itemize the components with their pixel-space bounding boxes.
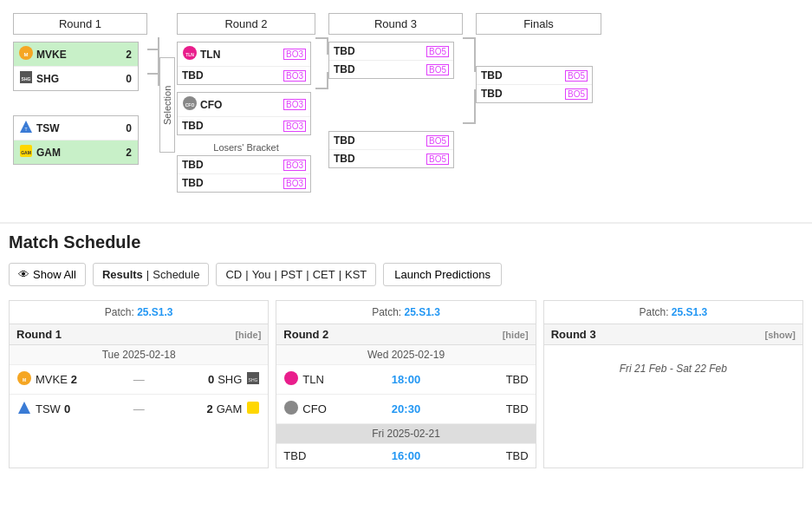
svg-text:T: T xyxy=(24,127,27,132)
round3-col: Round 3 TBD BO5 TBD BO5 xyxy=(328,13,463,168)
svg-text:CFO: CFO xyxy=(185,102,195,108)
conn-r2-r3-bot xyxy=(315,72,328,89)
finals-t2: TBD BO5 xyxy=(477,85,592,102)
r2-s-m2-t1: CFO xyxy=(283,400,353,418)
schedule-title: Match Schedule xyxy=(9,232,803,252)
round2-col: Round 2 TLN TLN BO3 TBD BO3 xyxy=(177,13,315,196)
r1-m1-team2-row: SHG SHG 0 xyxy=(14,67,138,90)
r1-match2-card: T TSW 0 GAM GAM 2 xyxy=(13,115,139,165)
h-line-1 xyxy=(147,49,158,50)
gam-sched-icon xyxy=(245,400,261,418)
r2-s-m3-t1: TBD xyxy=(283,449,353,462)
schedule-col-r1: Patch: 25.S1.3 Round 1 [hide] Tue 2025-0… xyxy=(9,300,269,468)
bracket-section: Round 1 M MVKE 2 SHG SHG xyxy=(0,0,812,218)
r2-schedule-match1: TLN 18:00 TBD xyxy=(276,365,535,395)
conn-r3-finals xyxy=(463,37,476,124)
r2-mid-t2-name: TBD xyxy=(182,120,281,132)
vs-sep-2: — xyxy=(133,402,145,415)
r1-s-m2-t1-score: 0 xyxy=(64,402,70,415)
conn-r2-r3 xyxy=(315,37,328,89)
r2-s-m3-t2-name: TBD xyxy=(506,449,529,462)
r2-s-m1-t2-name: TBD xyxy=(506,373,529,386)
r1-m2-t2-score: 2 xyxy=(126,147,132,159)
r1-m2-team1-row: T TSW 0 xyxy=(14,116,138,141)
r2-losers-card: TBD BO3 TBD BO3 xyxy=(177,155,311,193)
r3-top-t2: TBD BO5 xyxy=(329,61,453,78)
finals-col: Finals TBD BO5 TBD BO5 xyxy=(476,13,601,103)
r1-s-m2-t2-name: GAM xyxy=(217,402,243,415)
r3-bot-t1-bo: BO5 xyxy=(426,135,449,147)
r2-s-m2-t1-name: CFO xyxy=(302,402,326,415)
r1-date-row: Tue 2025-02-18 xyxy=(10,345,268,365)
r1-s-m1-t1: M MVKE 2 xyxy=(16,370,86,389)
r1-s-m2-t2: 2 GAM xyxy=(192,400,261,418)
round1-col: Round 1 M MVKE 2 SHG SHG xyxy=(13,13,147,165)
conn-r1-r2 xyxy=(147,37,159,86)
r3-top-t2-bo: BO5 xyxy=(426,64,449,75)
shg-icon: SHG xyxy=(18,69,34,88)
r1-s-m1-t2-name: SHG xyxy=(218,373,242,386)
r1-match1-card: M MVKE 2 SHG SHG 0 xyxy=(13,42,139,91)
svg-point-19 xyxy=(284,401,298,415)
launch-predictions-button[interactable]: Launch Predictions xyxy=(383,263,502,286)
r1-s-m2-t2-score: 2 xyxy=(206,402,212,415)
svg-text:M: M xyxy=(24,52,29,57)
r1-s-m1-t2: 0 SHG SHG xyxy=(192,370,261,389)
r3-top-match: TBD BO5 TBD BO5 xyxy=(328,42,463,79)
r3-bot-t2: TBD BO5 xyxy=(329,150,453,167)
patch-version-r3: 25.S1.3 xyxy=(672,306,707,318)
schedule-columns: Patch: 25.S1.3 Round 1 [hide] Tue 2025-0… xyxy=(9,300,803,468)
results-schedule-group[interactable]: Results | Schedule xyxy=(93,263,210,286)
r2-mid-match: CFO CFO BO3 TBD BO3 xyxy=(177,92,315,135)
finals-t1-name: TBD xyxy=(481,69,562,82)
round-label-r3: Round 3 [show] xyxy=(544,324,802,345)
cet-label: CET xyxy=(313,268,335,281)
r2-s-m2-t2-name: TBD xyxy=(506,402,529,415)
vs-sep-1: — xyxy=(133,373,145,386)
tsw-icon: T xyxy=(18,119,34,137)
r2-top-t2-name: TBD xyxy=(182,69,281,82)
r2-mid-t2: TBD BO3 xyxy=(178,117,310,134)
r2-schedule-match2: CFO 20:30 TBD xyxy=(276,395,535,424)
r3-bot-t1: TBD BO5 xyxy=(329,132,453,150)
hide-r2-link[interactable]: [hide] xyxy=(503,330,529,340)
patch-label-r3: Patch: 25.S1.3 xyxy=(544,301,802,324)
r2-top-t1: TLN TLN BO3 xyxy=(178,42,310,67)
hide-r1-link[interactable]: [hide] xyxy=(235,330,261,340)
patch-version-r2: 25.S1.3 xyxy=(404,306,439,318)
r2-losers-t1: TBD BO3 xyxy=(178,156,310,174)
conn-bot-finals xyxy=(463,89,476,124)
show-all-button[interactable]: 👁 Show All xyxy=(9,263,86,286)
finals-t2-name: TBD xyxy=(481,88,562,100)
bracket-main: Round 1 M MVKE 2 SHG SHG xyxy=(9,9,803,200)
r2-top-t2: TBD BO3 xyxy=(178,67,310,84)
r1-s-m1-t2-score: 0 xyxy=(208,373,214,386)
show-r3-link[interactable]: [show] xyxy=(765,330,796,340)
h-line-2 xyxy=(147,73,158,75)
round3-schedule-label: Round 3 xyxy=(551,328,596,341)
r2-top-t1-name: TLN xyxy=(200,49,281,61)
selection-label: Selection xyxy=(159,57,175,153)
timezone-group[interactable]: CD | You | PST | CET | KST xyxy=(216,263,376,286)
cd-label: CD xyxy=(225,268,242,281)
r2-losers-t1-name: TBD xyxy=(182,159,281,171)
r3-bot-t2-name: TBD xyxy=(334,153,424,165)
r3-top-t1-name: TBD xyxy=(334,45,424,57)
top-connector xyxy=(147,37,159,86)
conn-top-bot xyxy=(147,62,159,86)
round-label-r1: Round 1 [hide] xyxy=(10,324,268,345)
finals-t1: TBD BO5 xyxy=(477,67,592,85)
r1-m1-t1-name: MVKE xyxy=(36,49,123,61)
r3-bot-t2-bo: BO5 xyxy=(426,154,449,165)
r3-bot-match: TBD BO5 TBD BO5 xyxy=(328,131,463,168)
mvke-icon: M xyxy=(18,45,34,63)
r2-mid-t1-name: CFO xyxy=(200,99,281,111)
r1-m2-t1-name: TSW xyxy=(36,122,123,134)
r1-m2-t1-score: 0 xyxy=(126,122,132,134)
conn-top-finals xyxy=(463,37,476,72)
r3-date-info: Fri 21 Feb - Sat 22 Feb xyxy=(544,345,802,382)
r2-mid-card: CFO CFO BO3 TBD BO3 xyxy=(177,92,311,135)
r1-s-m2-t1: TSW 0 xyxy=(16,400,86,418)
svg-point-18 xyxy=(284,371,298,385)
r2-m3-time: 16:00 xyxy=(384,449,427,462)
